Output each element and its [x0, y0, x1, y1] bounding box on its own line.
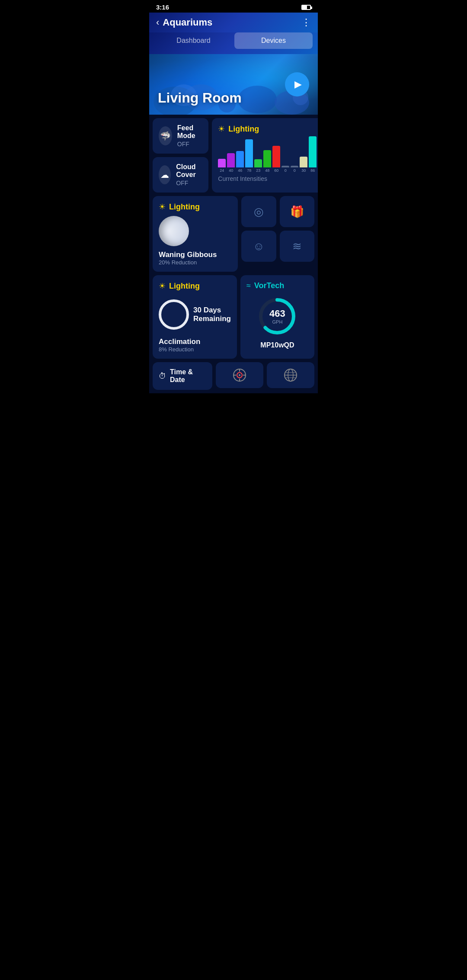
bar [227, 153, 235, 167]
row-1: 🦈 Feed Mode OFF ☁ Cloud Cover OFF [153, 118, 314, 193]
feed-mode-value: OFF [177, 141, 203, 148]
bar-label: 23 [256, 168, 260, 173]
feed-mode-icon: 🦈 [159, 126, 172, 145]
page-title: Aquariums [163, 17, 212, 28]
chart-subtitle: Current Intensities [218, 175, 317, 182]
bar-column: 30 [300, 157, 307, 173]
lighting-moon-title: Lighting [169, 202, 200, 212]
aquarium-banner: Living Room ▶ [149, 54, 318, 115]
acclimation-phase: Acclimation [159, 337, 231, 346]
back-button[interactable]: ‹ [156, 17, 159, 28]
bar [263, 150, 271, 167]
row-3: ☀ Lighting 30 Days Remaining Acclimation… [153, 275, 314, 359]
vortech-gauge: 463 GPH [256, 295, 299, 338]
bar [254, 159, 262, 167]
bar-column: 46 [236, 151, 244, 173]
row-2: ☀ Lighting Waning Gibbous 20% Reduction … [153, 196, 314, 272]
time-date-card[interactable]: ⏱ Time & Date [153, 362, 212, 390]
vortech-title: VorTech [254, 281, 284, 290]
tab-dashboard[interactable]: Dashboard [154, 32, 233, 49]
status-time: 3:16 [156, 3, 169, 11]
battery-icon [301, 5, 311, 10]
bar [218, 159, 226, 167]
tab-bar: Dashboard Devices [149, 32, 318, 54]
bar-column: 23 [254, 159, 262, 173]
bar-label: 86 [310, 168, 315, 173]
bar-label: 46 [238, 168, 242, 173]
cloud-cover-value: OFF [176, 180, 202, 186]
wind-icon: ≋ [292, 240, 302, 253]
vortech-card: ≈ VorTech 463 GPH MP10wQD [240, 275, 314, 359]
action-gift-button[interactable]: 🎁 [280, 196, 315, 227]
moon-reduction-label: 20% Reduction [159, 259, 232, 266]
play-button[interactable]: ▶ [285, 72, 309, 96]
globe-icon [283, 367, 298, 383]
bar-column: 78 [245, 139, 253, 173]
lighting-chart-title: Lighting [228, 125, 259, 134]
bar [281, 166, 289, 167]
svg-point-4 [238, 86, 277, 113]
sun-icon-2: ☀ [159, 202, 166, 212]
bar-label: 78 [247, 168, 251, 173]
aquarium-name: Living Room [158, 90, 242, 106]
gauge-text: 463 GPH [269, 308, 285, 325]
moon-phase-label: Waning Gibbous [159, 251, 232, 259]
vortech-model: MP10wQD [246, 341, 308, 349]
days-label: Remaining [193, 315, 231, 323]
sun-icon-3: ☀ [159, 281, 166, 291]
time-date-title: Time & Date [170, 368, 206, 384]
bottom-action-2[interactable] [267, 362, 314, 388]
bar-column: 48 [263, 150, 271, 173]
more-menu-button[interactable]: ⋮ [301, 17, 311, 28]
bar-label: 40 [229, 168, 233, 173]
sun-icon: ☀ [218, 124, 225, 134]
action-smiley-button[interactable]: ☺ [241, 231, 276, 262]
smiley-icon: ☺ [253, 240, 265, 253]
bar-column: 60 [272, 146, 280, 173]
lighting-acclimation-title: Lighting [169, 282, 200, 291]
gift-icon: 🎁 [290, 205, 304, 218]
bar-label: 30 [301, 168, 306, 173]
bar [300, 157, 307, 167]
action-button-grid: ◎ 🎁 ☺ ≋ [241, 196, 314, 272]
moon-phase-icon [159, 216, 189, 246]
days-remaining: 30 Days [193, 306, 231, 315]
acclimation-ring [159, 299, 189, 330]
lighting-chart-card: ☀ Lighting 24 40 46 78 23 48 60 [212, 118, 318, 193]
row-4: ⏱ Time & Date [153, 362, 314, 390]
gauge-value: 463 [269, 308, 285, 319]
clock-icon: ⏱ [159, 372, 166, 381]
feed-mode-card[interactable]: 🦈 Feed Mode OFF [153, 118, 208, 154]
header-left: ‹ Aquariums [156, 17, 212, 28]
bar [245, 139, 253, 167]
action-wind-button[interactable]: ≋ [280, 231, 315, 262]
bar [236, 151, 244, 168]
bar-label: 0 [294, 168, 296, 173]
bar-label: 0 [285, 168, 287, 173]
lighting-acclimation-card: ☀ Lighting 30 Days Remaining Acclimation… [153, 275, 237, 359]
svg-point-11 [239, 374, 240, 376]
lighting-moon-card: ☀ Lighting Waning Gibbous 20% Reduction [153, 196, 238, 272]
bar-label: 60 [274, 168, 278, 173]
bar-column: 0 [291, 166, 298, 173]
cloud-cover-label: Cloud Cover [176, 163, 202, 179]
bar [291, 166, 298, 167]
dial-icon [232, 367, 247, 383]
cloud-cover-card[interactable]: ☁ Cloud Cover OFF [153, 157, 208, 193]
wave-icon: ≈ [246, 281, 251, 290]
bar [272, 146, 280, 167]
acclimation-reduction: 8% Reduction [159, 346, 231, 353]
bar-column: 40 [227, 153, 235, 173]
action-target-button[interactable]: ◎ [241, 196, 276, 227]
bar-label: 48 [265, 168, 269, 173]
bottom-action-1[interactable] [216, 362, 263, 388]
bar-column: 86 [309, 136, 317, 173]
feed-mode-label: Feed Mode [177, 124, 203, 140]
cloud-cover-icon: ☁ [159, 165, 171, 184]
tab-devices[interactable]: Devices [234, 32, 313, 49]
bar-label: 24 [220, 168, 224, 173]
bar [309, 136, 317, 167]
bar-column: 0 [281, 166, 289, 173]
header: ‹ Aquariums ⋮ [149, 13, 318, 32]
target-icon: ◎ [254, 205, 264, 218]
